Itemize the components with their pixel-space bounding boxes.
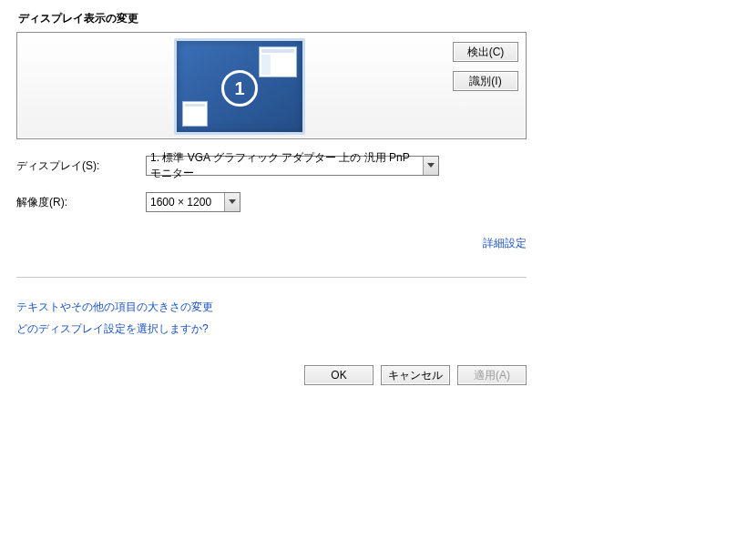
ok-button[interactable]: OK <box>304 365 374 385</box>
display-select-value: 1. 標準 VGA グラフィック アダプター 上の 汎用 PnP モニター <box>150 150 422 181</box>
monitor-window-icon <box>182 101 208 127</box>
svg-marker-0 <box>427 163 435 168</box>
resolution-label: 解像度(R): <box>16 195 146 210</box>
page-title: ディスプレイ表示の変更 <box>18 11 527 26</box>
monitor-number-badge: 1 <box>221 70 258 107</box>
apply-button[interactable]: 適用(A) <box>457 365 527 385</box>
which-setting-link[interactable]: どのディスプレイ設定を選択しますか? <box>16 322 209 335</box>
monitor-thumbnail[interactable]: 1 <box>174 38 305 135</box>
display-label: ディスプレイ(S): <box>16 158 146 174</box>
monitor-window-icon <box>259 46 297 77</box>
display-select[interactable]: 1. 標準 VGA グラフィック アダプター 上の 汎用 PnP モニター <box>146 156 439 176</box>
resolution-select-value: 1600 × 1200 <box>150 196 211 209</box>
identify-button[interactable]: 識別(I) <box>453 71 518 91</box>
resolution-select[interactable]: 1600 × 1200 <box>146 192 240 212</box>
detect-button[interactable]: 検出(C) <box>453 42 518 62</box>
chevron-down-icon <box>423 157 438 175</box>
svg-marker-1 <box>229 199 236 204</box>
text-size-link[interactable]: テキストやその他の項目の大きさの変更 <box>16 300 213 313</box>
cancel-button[interactable]: キャンセル <box>381 365 450 385</box>
chevron-down-icon <box>224 193 240 211</box>
advanced-settings-link[interactable]: 詳細設定 <box>483 237 527 249</box>
display-preview-panel: 1 検出(C) 識別(I) <box>16 32 527 139</box>
divider <box>16 277 527 278</box>
